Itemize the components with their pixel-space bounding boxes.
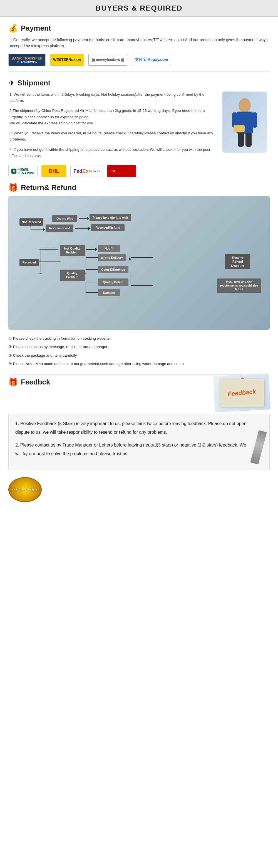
node-patient-wait: Please be patient to wait bbox=[90, 214, 131, 221]
feedback-content-row: 1. Positive Feedback (5 Stars) is very i… bbox=[15, 420, 263, 464]
shipment-section: ✈ Shipment 1. We will sent the items wit… bbox=[0, 72, 278, 180]
svg-rect-3 bbox=[252, 113, 257, 128]
line-nr-down bbox=[31, 222, 31, 230]
vline-right bbox=[131, 257, 131, 285]
node-received-refund: Received/Refund bbox=[91, 224, 125, 231]
line-to-else bbox=[131, 285, 153, 286]
shipment-text-col: 1. We will sent the items within 2-5days… bbox=[8, 92, 220, 163]
payment-title-row: 💰 Payment bbox=[8, 24, 270, 33]
line-qdef bbox=[85, 282, 98, 282]
bank-transfer-logo: BANK TRANSFER INTERNATIONAL bbox=[8, 54, 45, 66]
line-otw-right bbox=[79, 218, 87, 219]
flowchart-container: Not Received On the Way Please be patien… bbox=[8, 196, 270, 330]
line-nr-down2 bbox=[31, 229, 43, 230]
node-damage: Damage bbox=[98, 289, 120, 296]
node-else-requirements: If you have any else requirements you co… bbox=[217, 278, 261, 293]
arrow-nr-rl bbox=[43, 228, 45, 231]
payment-section: 💰 Payment 1.Generally, we accept the fol… bbox=[0, 17, 278, 71]
shipment-title-row: ✈ Shipment bbox=[8, 79, 270, 88]
fedex-logo: FedEx Express bbox=[70, 165, 103, 177]
node-quality-defect: Quality Defect bbox=[98, 278, 129, 286]
shipment-para-4: 4. If you have not got it within the shi… bbox=[8, 147, 220, 159]
pen-image bbox=[250, 430, 267, 465]
line-wd bbox=[85, 257, 98, 258]
shipment-image-col bbox=[220, 92, 270, 163]
feedback-text-col: 1. Positive Feedback (5 Stars) is very i… bbox=[15, 420, 249, 462]
page-title: BUYERS & REQUIRED bbox=[0, 4, 278, 12]
return-title-row: 🎁 Return& Refund bbox=[8, 183, 270, 192]
shipment-para-2: 2.The shipment by China Post Registered … bbox=[8, 108, 220, 126]
node-on-the-way: On the Way bbox=[52, 215, 77, 222]
node-not-quality: Not Quality Problem bbox=[60, 245, 85, 256]
node-received: Received bbox=[20, 259, 39, 266]
western-union-logo: WESTERN UNION bbox=[50, 54, 84, 66]
line-to-resend bbox=[131, 257, 153, 258]
line-cd bbox=[85, 269, 98, 270]
vline-qp bbox=[85, 256, 86, 292]
return-note-3: ③ Check the package and Item, carefully. bbox=[8, 352, 270, 359]
line-nr-up bbox=[43, 222, 52, 222]
flowchart: Not Received On the Way Please be patien… bbox=[11, 202, 267, 321]
return-section: 🎁 Return& Refund Not Received On the Way… bbox=[0, 180, 278, 374]
svg-text:邮: 邮 bbox=[13, 170, 15, 173]
feedback-body: 1. Positive Feedback (5 Stars) is very i… bbox=[8, 414, 270, 470]
hline-bot bbox=[39, 274, 42, 274]
svg-rect-4 bbox=[238, 133, 244, 147]
line-r-horiz bbox=[39, 261, 61, 262]
payment-icon: 💰 bbox=[8, 24, 18, 33]
node-quality-problem: Quality Problem bbox=[60, 270, 85, 281]
shipment-para-1: 1. We will sent the items within 2-5days… bbox=[8, 92, 220, 104]
line-dam bbox=[85, 292, 98, 293]
dhl-logo: DHL bbox=[41, 165, 66, 177]
payment-logos: BANK TRANSFER INTERNATIONAL WESTERN UNIO… bbox=[8, 54, 270, 66]
arrow-rl-rr bbox=[89, 227, 91, 230]
node-color-difference: Color Difference bbox=[98, 266, 129, 273]
shipment-content: 1. We will sent the items within 2-5days… bbox=[8, 92, 270, 163]
page-header: BUYERS & REQUIRED bbox=[0, 0, 278, 17]
node-wrong-delivery: Wrong Delivery bbox=[98, 254, 126, 261]
feedback-note-image: 📌 Feedback bbox=[213, 373, 271, 412]
shipment-para-3: 3. When you receive the items you ordere… bbox=[8, 130, 220, 143]
line-rl-right bbox=[75, 228, 89, 229]
feedback-title-row: 🎁 Feedbck bbox=[8, 377, 50, 387]
svg-rect-5 bbox=[245, 133, 252, 147]
moneybookers-logo: ((( moneybookers ))) bbox=[89, 54, 127, 66]
gold-logo-text: CGG Gold Foil Crafts bbox=[12, 488, 38, 492]
return-heading: Return& Refund bbox=[21, 183, 76, 192]
alipay-logo: 支付宝 Alipay.com bbox=[132, 54, 171, 66]
gold-logo: CGG Gold Foil Crafts bbox=[8, 477, 42, 502]
node-resend: ResendRefundDiscount bbox=[225, 254, 250, 269]
feedback-para-2: 2. Please contact us by Trade Manager or… bbox=[15, 441, 249, 458]
node-not-received: Not Received bbox=[20, 218, 43, 226]
feedback-heading: Feedbck bbox=[21, 378, 50, 386]
node-received-lost: Received/Lost bbox=[45, 224, 73, 232]
svg-point-0 bbox=[239, 98, 251, 113]
return-note-2: ② Please contact us by meesage, e-mail, … bbox=[8, 344, 270, 350]
return-notes: ① Please check the tracking in formation… bbox=[8, 335, 270, 367]
feedback-note-label: Feedback bbox=[228, 388, 256, 398]
node-not-fit: Not fit bbox=[98, 245, 120, 252]
hline-top2 bbox=[39, 249, 58, 250]
return-note-1: ① Please check the tracking in formation… bbox=[8, 335, 270, 342]
return-note-4: ④ Please Note: Men made defects are not … bbox=[8, 361, 270, 367]
payment-description: 1.Generally, we accept the following pay… bbox=[8, 37, 270, 49]
line-nqp-right bbox=[85, 249, 96, 250]
feedback-section: 🎁 Feedbck 📌 Feedback 1. Positive Feedbac… bbox=[0, 375, 278, 508]
arrow-otw bbox=[87, 217, 89, 220]
feedback-icon: 🎁 bbox=[8, 377, 18, 387]
arrow-to-resend bbox=[129, 257, 131, 261]
svg-rect-6 bbox=[234, 125, 245, 132]
shipment-heading: Shipment bbox=[18, 79, 50, 87]
arrow-nqp bbox=[95, 248, 97, 251]
feedback-header: 🎁 Feedbck 📌 Feedback bbox=[8, 377, 270, 411]
line-qp-connect bbox=[85, 273, 86, 274]
return-icon: 🎁 bbox=[8, 183, 18, 192]
sf-logo: SF EXPRESS顺丰速运 bbox=[107, 165, 136, 177]
shipment-icon: ✈ bbox=[8, 79, 15, 88]
gold-logo-row: CGG Gold Foil Crafts bbox=[8, 474, 270, 502]
chinapost-logo: 邮 中国邮政CHINA POST bbox=[8, 165, 38, 177]
feedback-para-1: 1. Positive Feedback (5 Stars) is very i… bbox=[15, 420, 249, 436]
shipping-logos: 邮 中国邮政CHINA POST DHL FedEx Express SF EX… bbox=[8, 165, 270, 177]
payment-heading: Payment bbox=[21, 24, 51, 33]
shipment-person-image bbox=[222, 92, 267, 153]
